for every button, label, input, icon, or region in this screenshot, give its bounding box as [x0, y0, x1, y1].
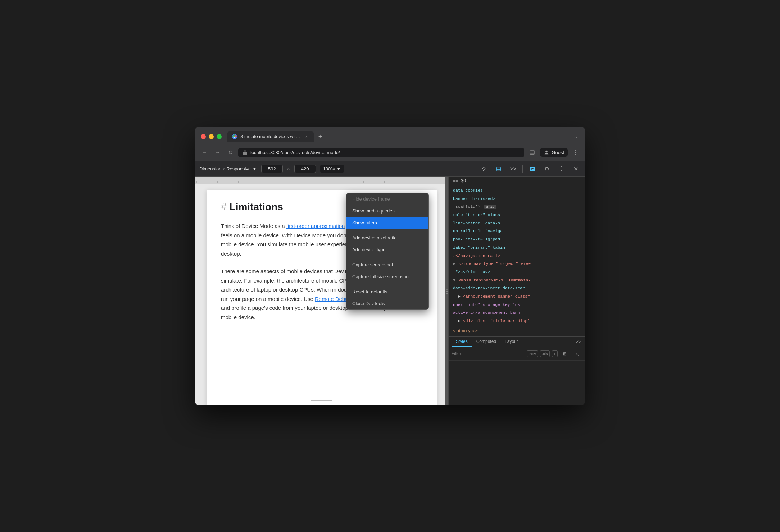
dom-tree: data-cookies- banner-dismissed> 'scaffol…	[449, 185, 585, 336]
new-tab-button[interactable]: +	[315, 132, 325, 142]
dom-line: …</navigation-rail>	[449, 252, 585, 260]
selected-element-badge: $0	[461, 178, 466, 183]
tab-close-button[interactable]: ×	[304, 134, 309, 139]
heading-hash: #	[221, 201, 227, 213]
browser-more-button[interactable]: ⋮	[571, 147, 581, 157]
tab-title: Simulate mobile devices with D	[240, 134, 301, 139]
tab-list-chevron-icon[interactable]: ⌄	[572, 132, 579, 141]
device-toolbar-more-button[interactable]: ⋮	[465, 164, 475, 174]
menu-separator-2	[346, 257, 428, 257]
address-bar: ← → ↻ localhost:8080/docs/devtools/devic…	[195, 145, 585, 161]
hov-button[interactable]: :hov	[527, 350, 538, 357]
reload-button[interactable]: ↻	[225, 147, 235, 157]
dom-line: ▶ <side-nav type="project" view	[449, 260, 585, 268]
more-tools-button[interactable]: >>	[508, 164, 518, 174]
menu-item-label: Capture full size screenshot	[352, 274, 410, 279]
dom-line: role="banner" class=	[449, 211, 585, 219]
height-input[interactable]	[294, 165, 316, 173]
grid-badge: grid	[484, 205, 496, 209]
url-bar[interactable]: localhost:8080/docs/devtools/device-mode…	[238, 148, 524, 157]
browser-window: Simulate mobile devices with D × + ⌄ ← →…	[195, 127, 585, 405]
menu-item-reset-to-defaults[interactable]: Reset to defaults	[346, 286, 428, 298]
secure-icon	[242, 150, 248, 155]
svg-point-4	[546, 151, 548, 152]
active-tab[interactable]: Simulate mobile devices with D ×	[227, 131, 314, 142]
toggle-devtools-button[interactable]	[527, 147, 537, 157]
main-area: # Limitations Think of Device Mode as a …	[195, 177, 585, 405]
ruler-mark	[196, 181, 217, 183]
menu-item-label: Show rulers	[352, 220, 377, 225]
horizontal-ruler	[195, 177, 448, 184]
profile-label: Guest	[552, 150, 564, 155]
address-actions: Guest ⋮	[527, 147, 581, 157]
scrollbar-indicator	[311, 400, 332, 401]
profile-button[interactable]: Guest	[540, 148, 568, 157]
ruler-mark	[343, 181, 363, 183]
ruler-mark	[217, 181, 238, 183]
dom-line: t">…</side-nav>	[449, 268, 585, 276]
first-order-link[interactable]: first-order approximation	[286, 223, 345, 229]
ruler-mark	[238, 181, 259, 183]
minimize-window-button[interactable]	[209, 134, 214, 139]
ruler-mark	[280, 181, 301, 183]
dimensions-arrow-icon: ▼	[252, 166, 257, 171]
resize-handle[interactable]	[445, 177, 448, 405]
cls-button[interactable]: .cls	[540, 350, 550, 357]
styles-filter-input[interactable]	[452, 351, 525, 356]
tab-computed[interactable]: Computed	[472, 337, 500, 347]
menu-item-label: Capture screenshot	[352, 262, 393, 267]
devtools-close-button[interactable]: ✕	[571, 164, 581, 174]
add-style-button[interactable]: +	[552, 350, 558, 357]
dimensions-select[interactable]: Dimensions: Responsive ▼	[199, 166, 257, 171]
ruler-mark	[259, 181, 280, 183]
ruler-mark	[363, 181, 384, 183]
tab-layout[interactable]: Layout	[500, 337, 522, 347]
ruler-marks	[196, 181, 447, 183]
dom-header: == $0	[449, 177, 585, 185]
menu-item-show-rulers[interactable]: Show rulers	[346, 217, 428, 229]
width-input[interactable]	[261, 165, 283, 173]
chrome-favicon-icon	[232, 134, 237, 139]
devtools-panel: == $0 data-cookies- banner-dismissed> 's…	[448, 177, 585, 405]
tab-styles[interactable]: Styles	[452, 337, 472, 347]
menu-separator-1	[346, 230, 428, 230]
ruler-mark	[426, 181, 447, 183]
console-tab-button[interactable]	[527, 164, 538, 174]
dom-line: label="primary" tabin	[449, 244, 585, 252]
heading-text: Limitations	[230, 201, 283, 213]
dom-line: data-side-nav-inert data-sear	[449, 284, 585, 293]
menu-item-close-devtools[interactable]: Close DevTools	[346, 298, 428, 309]
zoom-label: 100%	[323, 166, 335, 171]
device-toolbar-toggle-button[interactable]	[494, 164, 504, 174]
dom-line: line-bottom" data-s	[449, 219, 585, 228]
dimension-separator: ×	[287, 166, 290, 171]
tab-bar: Simulate mobile devices with D × + ⌄	[227, 131, 579, 142]
context-menu: Hide device frame Show media queries Sho…	[346, 193, 429, 310]
menu-item-add-device-type[interactable]: Add device type	[346, 244, 428, 256]
styles-filter-bar: :hov .cls + ⊞ ◁	[449, 347, 585, 361]
device-toolbar-inspect-button[interactable]	[479, 164, 489, 174]
back-button[interactable]: ←	[199, 147, 209, 157]
menu-item-capture-full-size-screenshot[interactable]: Capture full size screenshot	[346, 271, 428, 283]
maximize-window-button[interactable]	[217, 134, 222, 139]
menu-item-label: Close DevTools	[352, 301, 385, 306]
dom-line: active>…</announcement-bann	[449, 309, 585, 317]
more-tabs-button[interactable]: >>	[574, 337, 582, 347]
dom-line: 'scaffold'> grid	[449, 203, 585, 211]
settings-button[interactable]: ⚙	[542, 164, 552, 174]
zoom-select[interactable]: 100% ▼	[320, 165, 344, 173]
forward-button[interactable]: →	[212, 147, 222, 157]
title-bar: Simulate mobile devices with D × + ⌄	[195, 127, 585, 145]
style-icon-button-2[interactable]: ◁	[572, 349, 582, 359]
menu-item-show-media-queries[interactable]: Show media queries	[346, 205, 428, 217]
svg-rect-5	[497, 167, 501, 171]
style-icon-button-1[interactable]: ⊞	[560, 349, 570, 359]
devtools-more-button[interactable]: ⋮	[556, 164, 566, 174]
menu-item-capture-screenshot[interactable]: Capture screenshot	[346, 259, 428, 271]
traffic-lights	[201, 134, 222, 139]
menu-item-hide-device-frame[interactable]: Hide device frame	[346, 193, 428, 205]
dom-line: ▼ <main tabindex="-1" id="main-	[449, 276, 585, 285]
menu-item-label: Add device type	[352, 247, 386, 252]
close-window-button[interactable]	[201, 134, 206, 139]
menu-item-add-device-pixel-ratio[interactable]: Add device pixel ratio	[346, 232, 428, 244]
